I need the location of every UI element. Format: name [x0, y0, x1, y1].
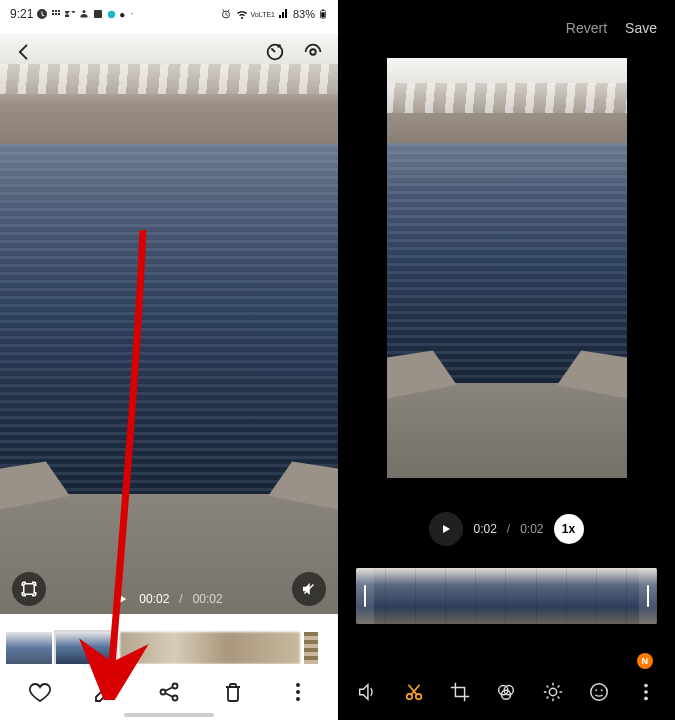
bottom-action-bar: [0, 664, 338, 720]
editor-header: Revert Save: [338, 0, 675, 56]
status-notification-icons: ● ・: [36, 7, 137, 21]
svg-point-21: [549, 688, 556, 695]
svg-point-14: [296, 690, 300, 694]
trim-handle-left[interactable]: [356, 568, 374, 624]
svg-point-2: [108, 10, 115, 17]
gallery-viewer-screen: 9:21 ● ・ VoLTE1 83%: [0, 0, 338, 720]
bixby-vision-icon[interactable]: [264, 41, 286, 63]
video-preview[interactable]: [0, 34, 338, 614]
smart-view-icon[interactable]: [302, 41, 324, 63]
svg-point-22: [591, 684, 608, 701]
filters-button[interactable]: [495, 681, 517, 703]
thumbnail[interactable]: [120, 632, 300, 664]
mute-button[interactable]: [292, 572, 326, 606]
duration: 00:02: [193, 592, 223, 606]
svg-rect-1: [94, 10, 102, 18]
crop-button[interactable]: [449, 681, 471, 703]
thumbnail-current[interactable]: [56, 632, 116, 664]
share-button[interactable]: [157, 680, 181, 704]
thumbnail[interactable]: [6, 632, 52, 664]
svg-point-25: [644, 684, 648, 688]
thumbnail[interactable]: [304, 632, 318, 664]
svg-rect-6: [321, 12, 324, 17]
status-bar: 9:21 ● ・ VoLTE1 83%: [0, 0, 338, 28]
svg-rect-5: [322, 9, 324, 10]
audio-button[interactable]: [356, 681, 378, 703]
battery-percent: 83%: [293, 8, 315, 20]
svg-point-0: [83, 10, 86, 13]
svg-point-13: [296, 683, 300, 687]
editor-playback-controls: 0:02 / 0:02 1x: [338, 512, 675, 546]
edit-button[interactable]: [93, 680, 117, 704]
playback-time: 00:02 / 00:02: [115, 592, 222, 606]
favorite-button[interactable]: [28, 680, 52, 704]
video-editor-screen: Revert Save 0:02 / 0:02 1x: [338, 0, 675, 720]
top-bar: [0, 28, 338, 76]
svg-point-23: [596, 689, 598, 691]
back-button[interactable]: [14, 42, 34, 62]
battery-icon: [318, 7, 328, 21]
svg-point-8: [310, 49, 316, 55]
revert-button[interactable]: Revert: [566, 20, 607, 36]
trim-timeline[interactable]: [356, 568, 657, 624]
svg-point-15: [296, 697, 300, 701]
more-tools-button[interactable]: N: [635, 681, 657, 703]
delete-button[interactable]: [221, 680, 245, 704]
alarm-icon: [219, 8, 233, 20]
lte-label: VoLTE1: [251, 11, 275, 18]
nav-handle[interactable]: [124, 713, 214, 717]
svg-point-27: [644, 697, 648, 701]
signal-icon: [278, 8, 290, 20]
capture-frame-button[interactable]: [12, 572, 46, 606]
more-button[interactable]: [286, 680, 310, 704]
status-time: 9:21: [10, 7, 33, 21]
save-button[interactable]: Save: [625, 20, 657, 36]
badge: N: [637, 653, 653, 669]
svg-point-24: [601, 689, 603, 691]
thumbnail-strip[interactable]: [0, 630, 338, 666]
play-icon[interactable]: [115, 592, 129, 606]
current-time: 0:02: [473, 522, 496, 536]
trim-handle-right[interactable]: [639, 568, 657, 624]
stickers-button[interactable]: [588, 681, 610, 703]
trim-button[interactable]: [403, 681, 425, 703]
svg-point-26: [644, 690, 648, 694]
editor-preview[interactable]: [387, 58, 627, 478]
editor-toolbar: N: [338, 664, 675, 720]
play-button[interactable]: [429, 512, 463, 546]
current-time: 00:02: [139, 592, 169, 606]
speed-button[interactable]: 1x: [554, 514, 584, 544]
duration: 0:02: [520, 522, 543, 536]
adjust-button[interactable]: [542, 681, 564, 703]
svg-rect-9: [24, 584, 35, 595]
wifi-icon: [236, 8, 248, 20]
